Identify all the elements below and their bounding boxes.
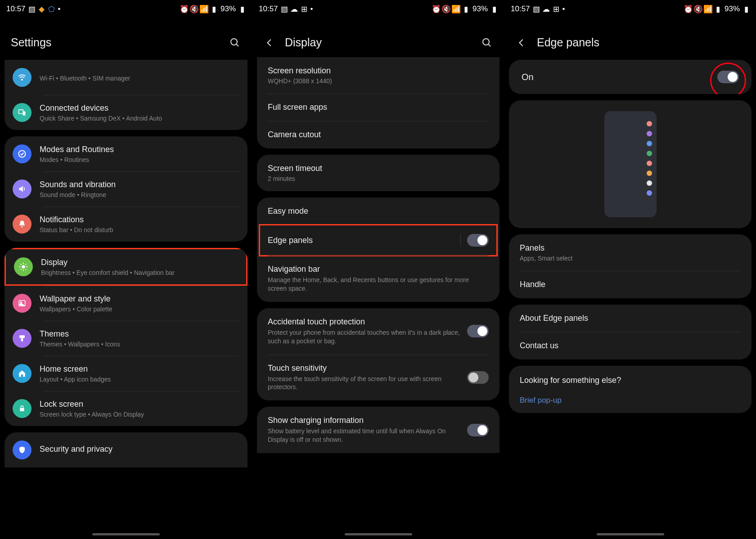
alarm-icon: ⏰ bbox=[685, 5, 692, 13]
status-time: 10:57 bbox=[511, 4, 530, 13]
display-card: Screen resolutionWQHD+ (3088 x 1440)Full… bbox=[257, 57, 500, 148]
display-row-touch-sensitivity[interactable]: Touch sensitivityIncrease the touch sens… bbox=[257, 355, 500, 401]
app-icon: ◆ bbox=[38, 5, 45, 13]
preview-device bbox=[604, 111, 657, 217]
toggle-accidental-touch[interactable] bbox=[467, 325, 489, 337]
status-bar: 10:57 ▧ ☁ ⊞ • ⏰ 🔇 📶 ▮ 93% ▮ bbox=[252, 0, 504, 18]
preview-dot bbox=[647, 190, 652, 196]
suggestion-link[interactable]: Brief pop-up bbox=[509, 388, 752, 413]
display-panel: 10:57 ▧ ☁ ⊞ • ⏰ 🔇 📶 ▮ 93% ▮ Display Scre… bbox=[252, 0, 504, 539]
gesture-bar bbox=[597, 533, 664, 535]
gallery-icon: ▧ bbox=[281, 5, 288, 13]
row-title: Wallpaper and style bbox=[40, 294, 239, 304]
edge-row-about[interactable]: About Edge panels bbox=[509, 305, 752, 332]
display-row-charging-info[interactable]: Show charging informationShow battery le… bbox=[257, 407, 500, 453]
edge-card: PanelsApps, Smart selectHandle bbox=[509, 234, 752, 298]
row-title: Accidental touch protection bbox=[268, 317, 460, 327]
display-row-screen-timeout[interactable]: Screen timeout2 minutes bbox=[257, 155, 500, 191]
battery-pct: 93% bbox=[724, 4, 740, 13]
row-subtitle: Wallpapers • Color palette bbox=[40, 305, 239, 313]
wifi-icon bbox=[13, 68, 32, 87]
preview-dot bbox=[647, 180, 652, 186]
display-row-navigation-bar[interactable]: Navigation barManage the Home, Back, and… bbox=[257, 256, 500, 302]
preview-dot bbox=[647, 131, 652, 136]
row-description: Show battery level and estimated time un… bbox=[268, 427, 460, 444]
svg-rect-4 bbox=[23, 112, 26, 116]
back-button[interactable] bbox=[263, 36, 276, 49]
settings-card: Modes and RoutinesModes • RoutinesSounds… bbox=[4, 136, 248, 242]
settings-row-notifications[interactable]: NotificationsStatus bar • Do not disturb bbox=[4, 207, 248, 242]
display-row-fullscreen-apps[interactable]: Full screen apps bbox=[257, 94, 500, 121]
mute-icon: 🔇 bbox=[443, 5, 450, 13]
row-subtitle: Screen lock type • Always On Display bbox=[40, 411, 239, 418]
settings-row-themes[interactable]: ThemesThemes • Wallpapers • Icons bbox=[4, 321, 248, 356]
svg-rect-19 bbox=[21, 338, 23, 341]
page-title: Settings bbox=[11, 36, 51, 49]
alarm-icon: ⏰ bbox=[433, 5, 440, 13]
signal-icon: ▮ bbox=[715, 5, 722, 13]
display-card: Screen timeout2 minutes bbox=[257, 155, 500, 191]
status-bar: 10:57 ▧ ◆ ⬠ • ⏰ 🔇 📶 ▮ 93% ▮ bbox=[0, 0, 252, 18]
edge-panels-panel: 10:57 ▧ ☁ ⊞ • ⏰ 🔇 📶 ▮ 93% ▮ Edge panels … bbox=[504, 0, 756, 539]
more-notifications-dot: • bbox=[58, 4, 61, 13]
settings-card: DisplayBrightness • Eye comfort shield •… bbox=[4, 248, 248, 426]
svg-line-22 bbox=[488, 44, 490, 46]
svg-rect-18 bbox=[19, 335, 25, 338]
settings-row-display[interactable]: DisplayBrightness • Eye comfort shield •… bbox=[4, 248, 248, 286]
master-toggle-row[interactable]: On bbox=[509, 60, 752, 94]
edge-row-handle[interactable]: Handle bbox=[509, 271, 752, 298]
svg-point-21 bbox=[483, 39, 489, 45]
brush-icon bbox=[13, 329, 32, 348]
svg-line-14 bbox=[21, 269, 22, 270]
svg-point-7 bbox=[22, 265, 25, 268]
looking-for-heading: Looking for something else? bbox=[509, 366, 752, 388]
settings-row-modes-routines[interactable]: Modes and RoutinesModes • Routines bbox=[4, 136, 248, 171]
display-row-edge-panels[interactable]: Edge panels bbox=[257, 225, 500, 256]
wifi-icon: 📶 bbox=[705, 5, 712, 13]
shield-icon bbox=[13, 440, 32, 459]
display-row-accidental-touch[interactable]: Accidental touch protectionProtect your … bbox=[257, 308, 500, 355]
edge-row-panels[interactable]: PanelsApps, Smart select bbox=[509, 234, 752, 271]
toggle-touch-sensitivity[interactable] bbox=[467, 371, 489, 384]
cloud-icon: ☁ bbox=[543, 5, 550, 13]
row-title: Camera cutout bbox=[268, 130, 489, 139]
row-value: Apps, Smart select bbox=[520, 255, 741, 262]
settings-row-lock-screen[interactable]: Lock screenScreen lock type • Always On … bbox=[4, 391, 248, 426]
wifi-icon: 📶 bbox=[201, 5, 208, 13]
settings-row-home-screen[interactable]: Home screenLayout • App icon badges bbox=[4, 356, 248, 391]
gallery-icon: ▧ bbox=[533, 5, 540, 13]
svg-line-15 bbox=[26, 264, 27, 265]
gesture-bar bbox=[92, 533, 160, 535]
display-row-resolution[interactable]: Screen resolutionWQHD+ (3088 x 1440) bbox=[257, 57, 500, 94]
search-button[interactable] bbox=[481, 36, 493, 49]
row-title: Panels bbox=[520, 243, 741, 253]
edge-row-contact[interactable]: Contact us bbox=[509, 332, 752, 359]
header: Settings bbox=[0, 18, 252, 60]
toggle-charging-info[interactable] bbox=[467, 424, 489, 436]
row-title: Screen timeout bbox=[268, 164, 489, 173]
brightness-icon bbox=[14, 257, 33, 276]
row-title: About Edge panels bbox=[520, 314, 741, 323]
settings-row-sounds[interactable]: Sounds and vibrationSound mode • Rington… bbox=[4, 171, 248, 207]
display-row-camera-cutout[interactable]: Camera cutout bbox=[257, 121, 500, 148]
settings-row-wallpaper[interactable]: Wallpaper and styleWallpapers • Color pa… bbox=[4, 286, 248, 321]
back-button[interactable] bbox=[515, 36, 528, 49]
row-title: Full screen apps bbox=[268, 103, 489, 112]
status-time: 10:57 bbox=[6, 4, 26, 13]
row-subtitle: Themes • Wallpapers • Icons bbox=[40, 341, 239, 348]
row-subtitle: Brightness • Eye comfort shield • Naviga… bbox=[41, 269, 238, 276]
preview-dot bbox=[647, 141, 652, 146]
row-description: Increase the touch sensitivity of the sc… bbox=[268, 375, 460, 392]
header: Display bbox=[252, 18, 504, 60]
alarm-icon: ⏰ bbox=[181, 5, 188, 13]
display-row-easy-mode[interactable]: Easy mode bbox=[257, 198, 500, 225]
settings-row-connections[interactable]: Wi-Fi • Bluetooth • SIM manager bbox=[4, 60, 248, 95]
svg-point-2 bbox=[22, 79, 23, 81]
check-icon bbox=[13, 144, 32, 163]
display-card: Easy modeEdge panelsNavigation barManage… bbox=[257, 198, 500, 302]
settings-row-security[interactable]: Security and privacy bbox=[4, 432, 248, 467]
settings-row-connected-devices[interactable]: Connected devicesQuick Share • Samsung D… bbox=[4, 95, 248, 130]
search-button[interactable] bbox=[229, 36, 241, 49]
row-title: Sounds and vibration bbox=[40, 180, 239, 189]
cloud-icon: ☁ bbox=[291, 5, 298, 13]
